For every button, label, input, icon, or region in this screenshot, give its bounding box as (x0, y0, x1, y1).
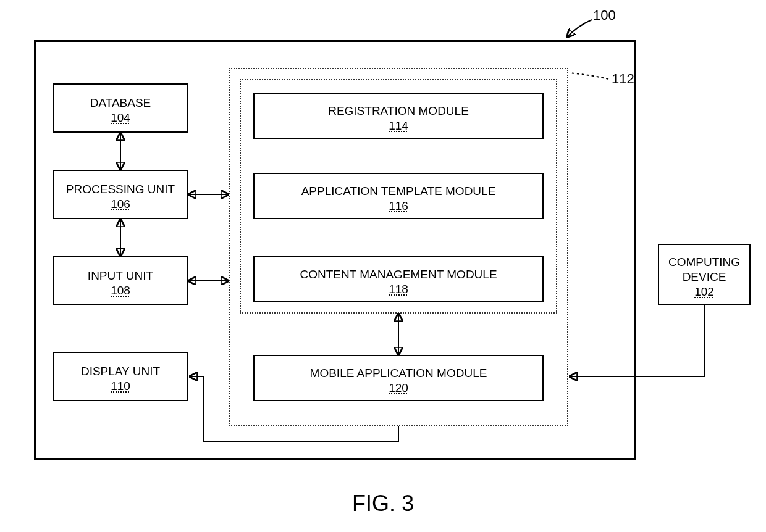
block-registration-ref: 114 (389, 118, 408, 133)
block-content-ref: 118 (389, 282, 408, 297)
figure-caption: FIG. 3 (352, 491, 414, 517)
block-database-ref: 104 (111, 110, 130, 125)
block-content: CONTENT MANAGEMENT MODULE 118 (253, 256, 544, 302)
block-registration-label: REGISTRATION MODULE (328, 104, 469, 118)
block-processing-label: PROCESSING UNIT (66, 182, 175, 197)
block-input: INPUT UNIT 108 (53, 256, 188, 305)
block-computing-label: COMPUTING DEVICE (663, 255, 746, 285)
block-display-label: DISPLAY UNIT (81, 364, 160, 379)
block-input-ref: 108 (111, 283, 130, 298)
block-database: DATABASE 104 (53, 83, 188, 133)
block-processing: PROCESSING UNIT 106 (53, 170, 188, 219)
block-display-ref: 110 (111, 379, 130, 394)
block-mobile-label: MOBILE APPLICATION MODULE (310, 366, 487, 381)
block-computing-ref: 102 (694, 285, 714, 299)
diagram-stage: 100 DATABASE 104 PROCESSING UNIT 106 INP… (0, 0, 766, 532)
block-registration: REGISTRATION MODULE 114 (253, 93, 544, 139)
block-mobile: MOBILE APPLICATION MODULE 120 (253, 355, 544, 401)
block-content-label: CONTENT MANAGEMENT MODULE (300, 267, 497, 282)
block-database-label: DATABASE (90, 96, 151, 110)
label-group-ref: 112 (612, 71, 634, 87)
block-mobile-ref: 120 (389, 381, 408, 396)
block-template-label: APPLICATION TEMPLATE MODULE (301, 184, 496, 199)
block-processing-ref: 106 (111, 197, 130, 212)
block-display: DISPLAY UNIT 110 (53, 352, 188, 401)
label-system-ref: 100 (593, 7, 616, 23)
block-computing: COMPUTING DEVICE 102 (658, 244, 751, 305)
block-input-label: INPUT UNIT (88, 268, 153, 283)
block-template: APPLICATION TEMPLATE MODULE 116 (253, 173, 544, 219)
block-template-ref: 116 (389, 199, 408, 214)
